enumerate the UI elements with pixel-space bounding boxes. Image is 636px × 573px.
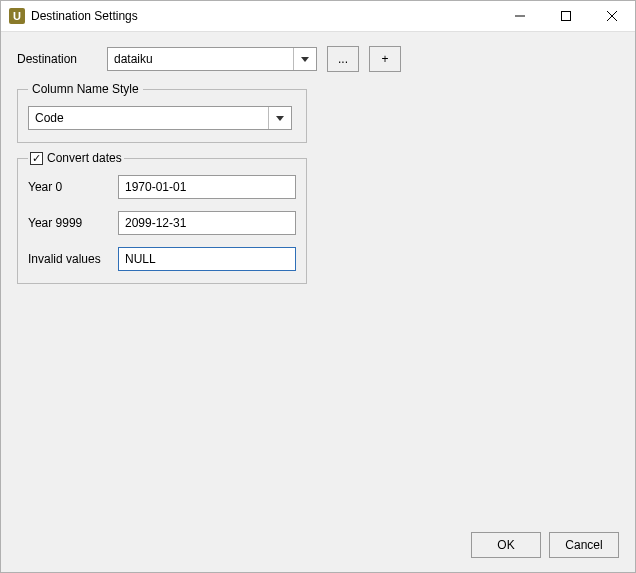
browse-label: ... (338, 52, 348, 66)
close-button[interactable] (589, 1, 635, 31)
convert-dates-label: Convert dates (47, 151, 122, 165)
year9999-input[interactable] (118, 211, 296, 235)
year9999-row: Year 9999 (28, 211, 296, 235)
cancel-label: Cancel (565, 538, 602, 552)
convert-dates-group: ✓ Convert dates Year 0 Year 9999 Invalid… (17, 151, 307, 284)
column-style-dropdown-button[interactable] (268, 107, 291, 129)
ok-label: OK (497, 538, 514, 552)
add-label: + (381, 52, 388, 66)
destination-value: dataiku (108, 52, 293, 66)
minimize-button[interactable] (497, 1, 543, 31)
svg-rect-1 (562, 12, 571, 21)
window-title: Destination Settings (31, 9, 138, 23)
minimize-icon (515, 11, 525, 21)
column-style-value: Code (29, 111, 268, 125)
add-button[interactable]: + (369, 46, 401, 72)
year0-row: Year 0 (28, 175, 296, 199)
app-icon-letter: U (13, 10, 21, 22)
maximize-icon (561, 11, 571, 21)
destination-combo[interactable]: dataiku (107, 47, 317, 71)
year0-input[interactable] (118, 175, 296, 199)
chevron-down-icon (301, 57, 309, 62)
year0-label: Year 0 (28, 180, 118, 194)
close-icon (607, 11, 617, 21)
destination-dropdown-button[interactable] (293, 48, 316, 70)
dialog-content: Destination dataiku ... + Column Name St… (1, 32, 635, 522)
browse-button[interactable]: ... (327, 46, 359, 72)
check-icon: ✓ (32, 153, 41, 164)
dialog-window: U Destination Settings Destination datai… (0, 0, 636, 573)
year9999-label: Year 9999 (28, 216, 118, 230)
cancel-button[interactable]: Cancel (549, 532, 619, 558)
invalid-values-row: Invalid values (28, 247, 296, 271)
destination-row: Destination dataiku ... + (17, 46, 619, 72)
titlebar: U Destination Settings (1, 1, 635, 32)
maximize-button[interactable] (543, 1, 589, 31)
destination-label: Destination (17, 52, 107, 66)
convert-dates-checkbox[interactable]: ✓ (30, 152, 43, 165)
column-name-style-legend: Column Name Style (28, 82, 143, 96)
chevron-down-icon (276, 116, 284, 121)
invalid-values-input[interactable] (118, 247, 296, 271)
convert-dates-legend: ✓ Convert dates (28, 151, 124, 165)
column-name-style-group: Column Name Style Code (17, 82, 307, 143)
app-icon: U (9, 8, 25, 24)
window-controls (497, 1, 635, 31)
dialog-footer: OK Cancel (1, 522, 635, 572)
ok-button[interactable]: OK (471, 532, 541, 558)
invalid-values-label: Invalid values (28, 252, 118, 266)
column-style-combo[interactable]: Code (28, 106, 292, 130)
